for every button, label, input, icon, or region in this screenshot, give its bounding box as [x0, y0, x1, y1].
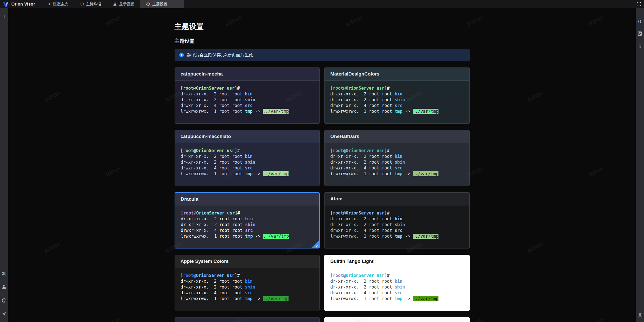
check-icon: ✓	[315, 244, 318, 248]
screenshot-button[interactable]	[637, 312, 643, 318]
terminal-line: dr-xr-xr-x. 2 root root sbin	[330, 284, 464, 290]
terminal-prompt-line: [root@OrionServer usr]#	[330, 148, 464, 154]
terminal-line: dr-xr-xr-x. 2 root root bin	[181, 278, 314, 284]
file-name: tmp	[395, 171, 403, 176]
stamp-icon	[2, 285, 7, 290]
file-name: src	[245, 103, 253, 108]
watermark-text: admin	[103, 165, 122, 179]
theme-card-header: Apple System Colors	[175, 255, 320, 268]
theme-card-catppuccin-mocha[interactable]: catppuccin-mocha[root@OrionServer usr]#d…	[175, 67, 320, 124]
file-name: tmp	[395, 109, 403, 114]
link-arrow: ->	[403, 109, 413, 114]
shortcuts-button[interactable]: ⌘	[1, 271, 7, 277]
prompt-symbol: #	[387, 210, 389, 216]
theme-settings-button[interactable]	[1, 297, 7, 303]
terminal-line: drwxr-xr-x. 4 root root src	[330, 165, 464, 171]
fullscreen-button[interactable]	[634, 0, 644, 8]
file-name: src	[245, 165, 253, 170]
theme-card-one-half-dark[interactable]: OneHalfDark[root@OrionServer usr]#dr-xr-…	[324, 130, 470, 186]
watermark-text: admin	[43, 89, 61, 103]
theme-card-title: Dracula	[181, 196, 198, 202]
orion-visor-logo-icon	[3, 1, 9, 8]
theme-card-catppuccin-macchiato[interactable]: catppuccin-macchiato[root@OrionServer us…	[175, 130, 320, 186]
watermark-text: admin	[526, 89, 544, 103]
terminal-prompt-line: [root@OrionServer usr]#	[181, 210, 314, 216]
file-permissions: dr-xr-xr-x. 2 root root	[330, 97, 395, 102]
link-arrow: ->	[253, 234, 263, 239]
file-permissions: dr-xr-xr-x. 2 root root	[181, 160, 245, 165]
theme-card-material-design-colors[interactable]: MaterialDesignColors[root@OrionServer us…	[324, 67, 470, 124]
file-name: bin	[395, 91, 403, 96]
theme-card-title: OneHalfDark	[330, 134, 359, 139]
prompt-symbol: #	[237, 210, 240, 216]
theme-card-apple-system-colors[interactable]: Apple System Colors[root@OrionServer usr…	[175, 255, 320, 311]
prompt-server: OrionServer usr]	[196, 86, 237, 91]
terminal-line: drwxr-xr-x. 4 root root src	[330, 103, 464, 109]
tab-new-connection[interactable]: + 新建连接	[42, 0, 74, 8]
theme-card-header: catppuccin-mocha	[175, 68, 320, 81]
tab-display-settings[interactable]: 显示设置	[107, 0, 140, 8]
file-name: sbin	[245, 284, 255, 290]
theme-card-header: MaterialDesignColors	[325, 68, 469, 81]
file-permissions: dr-xr-xr-x. 2 root root	[181, 97, 245, 102]
terminal-line: lrwxrwxrwx. 1 root root tmp -> ../var/tm…	[181, 109, 314, 114]
link-arrow: ->	[253, 171, 263, 176]
watermark-text: admin	[43, 240, 61, 255]
prompt-symbol: #	[387, 273, 389, 278]
file-name: bin	[395, 279, 403, 284]
terminal-prompt-line: [root@OrionServer usr]#	[181, 148, 314, 154]
file-permissions: dr-xr-xr-x. 2 root root	[181, 154, 245, 159]
terminal-line: lrwxrwxrwx. 1 root root tmp -> ../var/tm…	[330, 109, 464, 114]
theme-card-partial-dark[interactable]	[175, 317, 320, 322]
tab-host-terminal[interactable]: 主机终端	[74, 0, 107, 8]
theme-card-partial-light[interactable]	[324, 317, 470, 322]
display-settings-button[interactable]	[1, 284, 7, 290]
command-icon: ⌘	[2, 271, 7, 277]
sort-order-button[interactable]	[637, 43, 643, 49]
theme-card-atom[interactable]: Atom[root@OrionServer usr]#dr-xr-xr-x. 2…	[324, 192, 470, 248]
watermark-text: admin	[103, 14, 122, 28]
file-permissions: lrwxrwxrwx. 1 root root	[330, 171, 395, 176]
terminal-preview: [root@OrionServer usr]#dr-xr-xr-x. 2 roo…	[325, 205, 469, 244]
file-name: tmp	[245, 234, 253, 239]
link-target: ../var/tmp	[263, 109, 289, 114]
file-name: sbin	[245, 97, 255, 102]
terminal-prompt-line: [root@OrionServer usr]#	[330, 210, 464, 216]
file-permissions: drwxr-xr-x. 4 root root	[181, 290, 245, 295]
prompt-user-host: [root@	[181, 273, 196, 278]
palette-icon	[146, 2, 150, 6]
file-permissions: dr-xr-xr-x. 2 root root	[330, 222, 395, 227]
theme-card-dracula[interactable]: Dracula[root@OrionServer usr]#dr-xr-xr-x…	[175, 192, 320, 248]
braces-icon: {}	[638, 19, 642, 23]
stamp-icon	[113, 2, 117, 6]
file-permissions: drwxr-xr-x. 4 root root	[330, 228, 395, 233]
terminal-line: dr-xr-xr-x. 2 root root bin	[330, 91, 464, 97]
file-name: src	[245, 290, 253, 295]
file-name: tmp	[245, 109, 253, 114]
terminal-line: dr-xr-xr-x. 2 root root bin	[181, 91, 314, 97]
file-name: src	[395, 228, 403, 233]
page-title: 主题设置	[175, 21, 470, 31]
topbar-tabs: + 新建连接 主机终端 显示设置	[42, 0, 184, 8]
file-permissions: lrwxrwxrwx. 1 root root	[181, 296, 245, 301]
bookmark-doc-button[interactable]	[637, 30, 643, 37]
terminal-preview: [root@OrionServer usr]#dr-xr-xr-x. 2 roo…	[325, 81, 469, 119]
file-name: src	[395, 103, 403, 108]
tab-theme-settings[interactable]: 主题设置	[140, 0, 184, 8]
file-name: sbin	[395, 222, 405, 227]
theme-card-builtin-tango-light[interactable]: Builtin Tango Light[root@OrionServer usr…	[324, 255, 470, 311]
file-permissions: dr-xr-xr-x. 2 root root	[330, 284, 395, 290]
plus-icon: +	[2, 13, 6, 20]
section-title: 主题设置	[175, 38, 470, 45]
prompt-symbol: #	[237, 273, 240, 278]
new-session-button[interactable]: +	[1, 13, 7, 19]
json-view-button[interactable]: {}	[637, 18, 643, 24]
terminal-line: drwxr-xr-x. 4 root root src	[181, 165, 314, 171]
terminal-line: dr-xr-xr-x. 2 root root bin	[181, 154, 314, 159]
terminal-line: lrwxrwxrwx. 1 root root tmp -> ../var/tm…	[330, 296, 464, 302]
file-permissions: drwxr-xr-x. 4 root root	[330, 165, 395, 170]
file-name: sbin	[395, 284, 405, 290]
settings-button[interactable]	[1, 311, 7, 317]
file-name: tmp	[395, 234, 403, 239]
terminal-line: drwxr-xr-x. 4 root root src	[330, 228, 464, 233]
